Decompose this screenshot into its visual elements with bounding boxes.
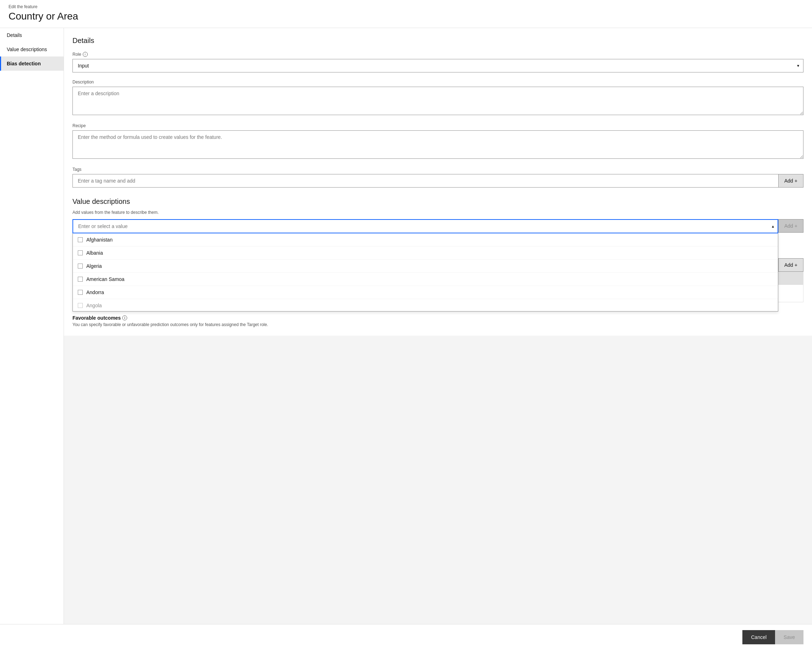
tags-group: Tags Add + — [72, 167, 803, 188]
dropdown-item-andorra[interactable]: Andorra — [73, 286, 778, 299]
dropdown-checkbox-afghanistan[interactable] — [78, 237, 83, 242]
page-wrapper: Edit the feature Country or Area Details… — [0, 0, 812, 650]
dropdown-checkbox-angola[interactable] — [78, 303, 83, 308]
header: Edit the feature Country or Area — [0, 0, 812, 28]
value-add-button: Add + — [778, 219, 803, 233]
sidebar-item-details[interactable]: Details — [0, 28, 64, 42]
sidebar: Details Value descriptions Bias detectio… — [0, 28, 64, 624]
recipe-group: Recipe — [72, 123, 803, 160]
description-group: Description — [72, 79, 803, 116]
value-descriptions-title: Value descriptions — [72, 195, 803, 206]
footer: Cancel Save — [0, 624, 812, 650]
sidebar-item-value-descriptions[interactable]: Value descriptions — [0, 42, 64, 56]
dropdown-item-american-samoa[interactable]: American Samoa — [73, 273, 778, 286]
dropdown-item-albania[interactable]: Albania — [73, 247, 778, 259]
dropdown-label-afghanistan: Afghanistan — [86, 237, 113, 243]
favorable-description: You can specify favorable or unfavorable… — [72, 322, 803, 327]
dropdown-item-afghanistan[interactable]: Afghanistan — [73, 233, 778, 247]
dropdown-label-american-samoa: American Samoa — [86, 276, 124, 282]
dropdown-item-angola[interactable]: Angola — [73, 299, 778, 311]
description-label: Description — [72, 79, 803, 84]
dropdown-label-algeria: Algeria — [86, 263, 102, 269]
dropdown-label-angola: Angola — [86, 303, 102, 308]
tags-input[interactable] — [72, 174, 778, 188]
sidebar-item-bias-detection[interactable]: Bias detection — [0, 56, 64, 71]
value-select-row: ▴ Afghanistan Albania — [72, 219, 803, 233]
role-label: Role i — [72, 52, 803, 57]
value-select-input[interactable] — [72, 219, 778, 233]
dropdown-checkbox-albania[interactable] — [78, 250, 83, 255]
details-title: Details — [72, 37, 803, 45]
dropdown-checkbox-algeria[interactable] — [78, 264, 83, 269]
role-select[interactable]: Input Target Protected Attribute — [72, 59, 803, 72]
value-dropdown-list: Afghanistan Albania Algeria — [72, 233, 778, 311]
tags-label: Tags — [72, 167, 803, 172]
dropdown-item-algeria[interactable]: Algeria — [73, 259, 778, 273]
recipe-textarea[interactable] — [72, 130, 803, 159]
favorable-title: Favorable outcomes i — [72, 315, 803, 321]
save-button: Save — [775, 630, 803, 644]
recipe-label: Recipe — [72, 123, 803, 128]
tags-row: Add + — [72, 174, 803, 188]
description-textarea[interactable] — [72, 87, 803, 115]
header-subtitle: Edit the feature — [9, 4, 803, 9]
ref-groups-add-button[interactable]: Add + — [778, 258, 803, 272]
role-group: Role i Input Target Protected Attribute … — [72, 52, 803, 72]
dropdown-label-albania: Albania — [86, 250, 103, 256]
tags-add-button[interactable]: Add + — [778, 174, 803, 188]
value-select-wrapper: ▴ Afghanistan Albania — [72, 219, 778, 233]
dropdown-checkbox-american-samoa[interactable] — [78, 277, 83, 282]
favorable-outcomes-section: Favorable outcomes i You can specify fav… — [72, 310, 803, 327]
page-title: Country or Area — [9, 11, 803, 22]
favorable-info-icon[interactable]: i — [122, 316, 127, 320]
dropdown-checkbox-andorra[interactable] — [78, 290, 83, 295]
content-wrapper: Details Value descriptions Bias detectio… — [0, 28, 812, 624]
cancel-button[interactable]: Cancel — [742, 630, 775, 644]
details-section: Details Role i Input Target Protected At… — [64, 28, 812, 336]
dropdown-label-andorra: Andorra — [86, 290, 104, 295]
value-descriptions-subtitle: Add values from the feature to describe … — [72, 210, 803, 215]
role-info-icon[interactable]: i — [83, 52, 88, 57]
main-content: Details Role i Input Target Protected At… — [64, 28, 812, 624]
role-select-wrapper: Input Target Protected Attribute ▾ — [72, 59, 803, 72]
